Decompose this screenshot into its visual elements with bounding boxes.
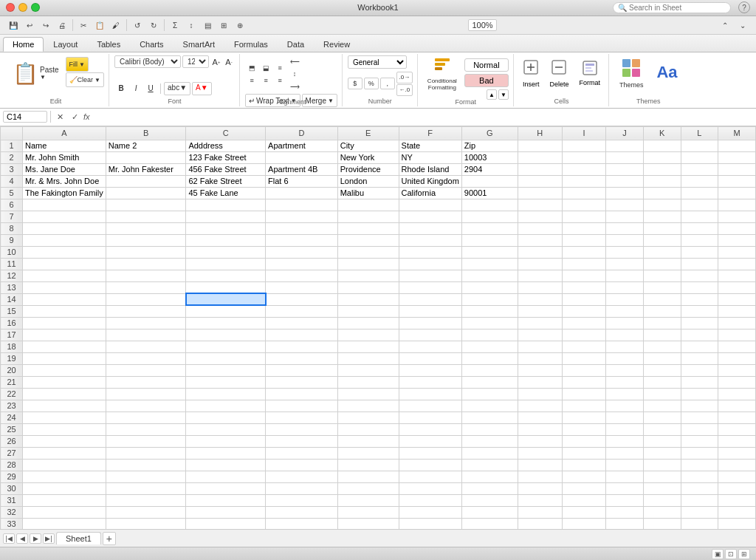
cell-F10[interactable] — [399, 246, 461, 258]
cell-F29[interactable] — [399, 471, 461, 482]
cell-A19[interactable] — [23, 352, 106, 364]
cell-E33[interactable] — [337, 518, 399, 529]
cell-J19[interactable] — [606, 352, 644, 364]
cell-L5[interactable] — [681, 187, 718, 199]
cell-C15[interactable] — [186, 305, 266, 317]
cell-E14[interactable] — [337, 293, 399, 305]
borders-button[interactable]: ⊞ — [216, 18, 231, 32]
cell-D2[interactable] — [266, 151, 338, 163]
cell-K27[interactable] — [643, 447, 681, 459]
col-header-C[interactable]: C — [186, 126, 266, 140]
cell-K7[interactable] — [643, 211, 681, 222]
cell-F4[interactable]: United Kingdom — [399, 175, 461, 187]
cell-D26[interactable] — [266, 435, 338, 447]
undo2-button[interactable]: ↺ — [130, 18, 145, 32]
cell-B15[interactable] — [106, 305, 186, 317]
cell-J6[interactable] — [606, 199, 644, 211]
cell-C1[interactable]: Adddress — [186, 140, 266, 151]
cell-K1[interactable] — [643, 140, 681, 151]
cell-I3[interactable] — [562, 163, 606, 175]
cell-F30[interactable] — [399, 482, 461, 494]
cell-I5[interactable] — [562, 187, 606, 199]
cell-E27[interactable] — [337, 447, 399, 459]
tab-smartart[interactable]: SmartArt — [173, 37, 224, 52]
cell-D32[interactable] — [266, 506, 338, 518]
cell-B6[interactable] — [106, 199, 186, 211]
cell-H33[interactable] — [518, 518, 562, 529]
cell-I4[interactable] — [562, 175, 606, 187]
cell-F8[interactable] — [399, 222, 461, 234]
cell-B20[interactable] — [106, 364, 186, 376]
cell-J11[interactable] — [606, 258, 644, 270]
cell-G28[interactable] — [461, 459, 518, 471]
cell-F13[interactable] — [399, 281, 461, 293]
cell-J20[interactable] — [606, 364, 644, 376]
cell-J25[interactable] — [606, 423, 644, 435]
cell-C33[interactable] — [186, 518, 266, 529]
cell-C2[interactable]: 123 Fake Street — [186, 151, 266, 163]
align-left[interactable]: ≡ — [245, 75, 258, 86]
row-number-12[interactable]: 12 — [1, 270, 23, 281]
cell-B16[interactable] — [106, 317, 186, 329]
cut-button[interactable]: ✂ — [76, 18, 91, 32]
cell-H25[interactable] — [518, 423, 562, 435]
cell-F33[interactable] — [399, 518, 461, 529]
cell-L29[interactable] — [681, 471, 718, 482]
cell-A21[interactable] — [23, 376, 106, 388]
cell-D7[interactable] — [266, 211, 338, 222]
align-center[interactable]: ≡ — [259, 75, 272, 86]
cell-L9[interactable] — [681, 234, 718, 246]
cell-G18[interactable] — [461, 341, 518, 352]
cell-H26[interactable] — [518, 435, 562, 447]
add-sheet-button[interactable]: + — [103, 532, 116, 545]
fill-button[interactable]: Fill ▼ — [66, 57, 89, 72]
search-input[interactable] — [629, 4, 725, 12]
cell-J7[interactable] — [606, 211, 644, 222]
cell-H7[interactable] — [518, 211, 562, 222]
cell-M9[interactable] — [718, 234, 756, 246]
cell-M20[interactable] — [718, 364, 756, 376]
cell-A14[interactable] — [23, 293, 106, 305]
row-number-21[interactable]: 21 — [1, 376, 23, 388]
cell-J29[interactable] — [606, 471, 644, 482]
cell-J31[interactable] — [606, 494, 644, 506]
align-top-left[interactable]: ⬒ — [245, 62, 258, 74]
cell-G31[interactable] — [461, 494, 518, 506]
cell-I28[interactable] — [562, 459, 606, 471]
cell-M21[interactable] — [718, 376, 756, 388]
cell-I9[interactable] — [562, 234, 606, 246]
cell-B11[interactable] — [106, 258, 186, 270]
cell-L28[interactable] — [681, 459, 718, 471]
cell-G19[interactable] — [461, 352, 518, 364]
cell-K20[interactable] — [643, 364, 681, 376]
cell-D33[interactable] — [266, 518, 338, 529]
cell-E17[interactable] — [337, 329, 399, 341]
font-size-decrease-button[interactable]: A- — [223, 56, 235, 68]
cell-F20[interactable] — [399, 364, 461, 376]
cell-I13[interactable] — [562, 281, 606, 293]
row-number-20[interactable]: 20 — [1, 364, 23, 376]
cell-A26[interactable] — [23, 435, 106, 447]
cell-E25[interactable] — [337, 423, 399, 435]
cell-C11[interactable] — [186, 258, 266, 270]
cell-I31[interactable] — [562, 494, 606, 506]
cell-F7[interactable] — [399, 211, 461, 222]
cell-H2[interactable] — [518, 151, 562, 163]
cell-F21[interactable] — [399, 376, 461, 388]
cell-M33[interactable] — [718, 518, 756, 529]
cell-B29[interactable] — [106, 471, 186, 482]
cell-M2[interactable] — [718, 151, 756, 163]
cell-B24[interactable] — [106, 412, 186, 423]
cell-K18[interactable] — [643, 341, 681, 352]
cell-C7[interactable] — [186, 211, 266, 222]
col-header-G[interactable]: G — [461, 126, 518, 140]
format-bad-cell[interactable]: Bad — [464, 74, 509, 87]
cell-D17[interactable] — [266, 329, 338, 341]
cell-J2[interactable] — [606, 151, 644, 163]
col-header-H[interactable]: H — [518, 126, 562, 140]
normal-view-button[interactable]: ▣ — [712, 549, 724, 559]
cell-E26[interactable] — [337, 435, 399, 447]
cell-C19[interactable] — [186, 352, 266, 364]
col-header-I[interactable]: I — [562, 126, 606, 140]
cell-B17[interactable] — [106, 329, 186, 341]
